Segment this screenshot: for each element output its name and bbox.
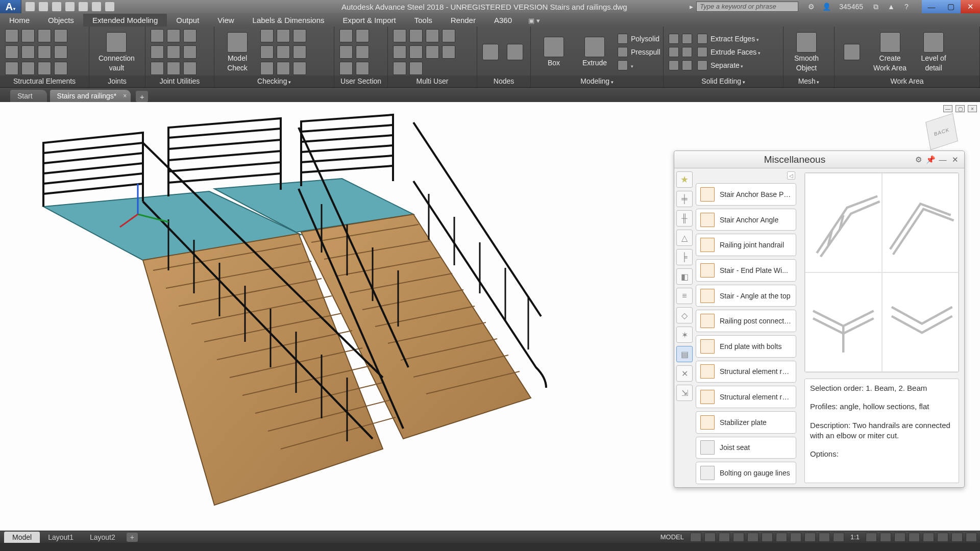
- status-hardware-icon[interactable]: [937, 533, 948, 542]
- us-icon[interactable]: [356, 45, 369, 59]
- tab-extended-modeling[interactable]: Extended Modeling: [83, 14, 167, 27]
- se-icon[interactable]: [54, 62, 67, 75]
- tab-export-import[interactable]: Export & Import: [334, 14, 405, 27]
- status-mode[interactable]: MODEL: [657, 533, 687, 541]
- status-gear-icon[interactable]: [866, 533, 877, 542]
- panel-label[interactable]: Mesh: [783, 76, 834, 87]
- palette-header[interactable]: Miscellaneous ⚙ 📌 — ✕: [674, 151, 964, 168]
- connection-vault-button[interactable]: Connectionvault: [94, 30, 139, 74]
- status-3dosnap-icon[interactable]: [762, 533, 773, 542]
- extrude-faces-button[interactable]: Extrude Faces: [697, 47, 761, 57]
- palette-item[interactable]: Stair - Angle at the top: [696, 285, 796, 307]
- palette-item[interactable]: Joist seat: [696, 437, 796, 459]
- panel-label[interactable]: Structural Elements: [0, 76, 89, 87]
- status-polar-icon[interactable]: [733, 533, 744, 542]
- add-layout-button[interactable]: +: [127, 533, 138, 542]
- cat-icon[interactable]: ╫: [676, 210, 693, 227]
- minimize-button[interactable]: —: [922, 0, 941, 13]
- tab-tools[interactable]: Tools: [405, 14, 442, 27]
- help-icon[interactable]: ?: [900, 2, 913, 12]
- smooth-object-button[interactable]: SmoothObject: [789, 30, 824, 74]
- modeling-more-button[interactable]: [618, 60, 660, 70]
- status-grid-icon[interactable]: [690, 533, 701, 542]
- cat-misc-icon[interactable]: ▤: [676, 346, 693, 362]
- close-tab-icon[interactable]: ×: [123, 92, 127, 99]
- preview-cell[interactable]: [882, 173, 959, 272]
- chk-icon[interactable]: [260, 62, 274, 75]
- cat-favorites-icon[interactable]: ★: [676, 171, 693, 188]
- palette-item[interactable]: Structural element ro...: [696, 386, 796, 408]
- qat-saveas-icon[interactable]: [65, 2, 75, 11]
- tab-render[interactable]: Render: [442, 14, 485, 27]
- polysolid-button[interactable]: Polysolid: [618, 34, 660, 44]
- qat-undo-icon[interactable]: [92, 2, 101, 11]
- status-monitor-icon[interactable]: [909, 533, 920, 542]
- model-check-button[interactable]: ModelCheck: [219, 30, 255, 74]
- se-icon[interactable]: [54, 29, 67, 42]
- tab-a360[interactable]: A360: [485, 14, 521, 27]
- chk-icon[interactable]: [260, 45, 274, 59]
- sed-icon[interactable]: [669, 47, 679, 57]
- palette-item[interactable]: Stabilizer plate: [696, 411, 796, 434]
- us-icon[interactable]: [339, 62, 353, 75]
- tab-output[interactable]: Output: [167, 14, 208, 27]
- cat-icon[interactable]: ✶: [676, 327, 693, 343]
- palette-item[interactable]: Stair - End Plate Wi...: [696, 259, 796, 282]
- status-cycling-icon[interactable]: [833, 533, 844, 542]
- panel-label[interactable]: Solid Editing: [664, 76, 783, 87]
- cat-icon[interactable]: ⇲: [676, 385, 693, 401]
- level-of-detail-button[interactable]: Level ofdetail: [916, 30, 951, 74]
- status-transparency-icon[interactable]: [819, 533, 830, 542]
- chk-icon[interactable]: [293, 62, 306, 75]
- palette-item[interactable]: Stair Anchor Base Plate: [696, 183, 796, 206]
- palette-item[interactable]: Structural element ro...: [696, 361, 796, 383]
- panel-label[interactable]: Joint Utilities: [145, 76, 214, 87]
- new-tab-button[interactable]: +: [136, 91, 148, 102]
- panel-label[interactable]: Work Area: [835, 76, 979, 87]
- se-icon[interactable]: [21, 62, 35, 75]
- node-b-button[interactable]: [507, 42, 523, 62]
- cat-icon[interactable]: ◧: [676, 268, 693, 285]
- mu-icon[interactable]: [426, 45, 439, 59]
- mu-icon[interactable]: [409, 45, 423, 59]
- viewcube-face[interactable]: BACK: [925, 113, 958, 151]
- sed-icon[interactable]: [669, 60, 679, 70]
- status-isolate-icon[interactable]: [923, 533, 934, 542]
- panel-label[interactable]: User Section: [334, 76, 387, 87]
- cat-icon[interactable]: ✕: [676, 365, 693, 382]
- chk-icon[interactable]: [293, 29, 306, 42]
- cat-icon[interactable]: ╪: [676, 191, 693, 207]
- ju-icon[interactable]: [183, 62, 197, 75]
- panel-label[interactable]: Checking: [214, 76, 334, 87]
- user-id[interactable]: 345465: [839, 3, 863, 11]
- se-icon[interactable]: [5, 29, 18, 42]
- ribbon-options-icon[interactable]: ▣ ▾: [525, 15, 543, 27]
- sed-icon[interactable]: [669, 34, 679, 44]
- layout-tab-layout1[interactable]: Layout1: [40, 532, 82, 543]
- tab-home[interactable]: Home: [0, 14, 39, 27]
- separate-button[interactable]: Separate: [697, 60, 761, 70]
- ju-icon[interactable]: [183, 29, 197, 42]
- us-icon[interactable]: [339, 29, 353, 42]
- tab-labels-dimensions[interactable]: Labels & Dimensions: [243, 14, 334, 27]
- panel-label[interactable]: Nodes: [477, 76, 530, 87]
- sed-icon[interactable]: [682, 60, 692, 70]
- cat-icon[interactable]: △: [676, 230, 693, 246]
- app-menu-button[interactable]: A: [0, 0, 21, 13]
- doc-tab-stairs[interactable]: Stairs and railings*×: [50, 90, 131, 102]
- sed-icon[interactable]: [682, 34, 692, 44]
- se-icon[interactable]: [21, 29, 35, 42]
- signin-icon[interactable]: 👤: [820, 2, 832, 12]
- search-input[interactable]: Type a keyword or phrase: [696, 2, 798, 12]
- palette-pin-icon[interactable]: 📌: [925, 155, 936, 165]
- status-osnap-icon[interactable]: [747, 533, 758, 542]
- palette-settings-icon[interactable]: ⚙: [913, 155, 923, 165]
- ju-icon[interactable]: [151, 62, 164, 75]
- se-icon[interactable]: [38, 62, 51, 75]
- ju-icon[interactable]: [167, 29, 180, 42]
- preview-cell[interactable]: [882, 272, 959, 372]
- us-icon[interactable]: [356, 62, 369, 75]
- infocenter-icon[interactable]: ⚙: [805, 2, 817, 12]
- se-icon[interactable]: [54, 45, 67, 59]
- create-work-area-button[interactable]: CreateWork Area: [869, 30, 911, 74]
